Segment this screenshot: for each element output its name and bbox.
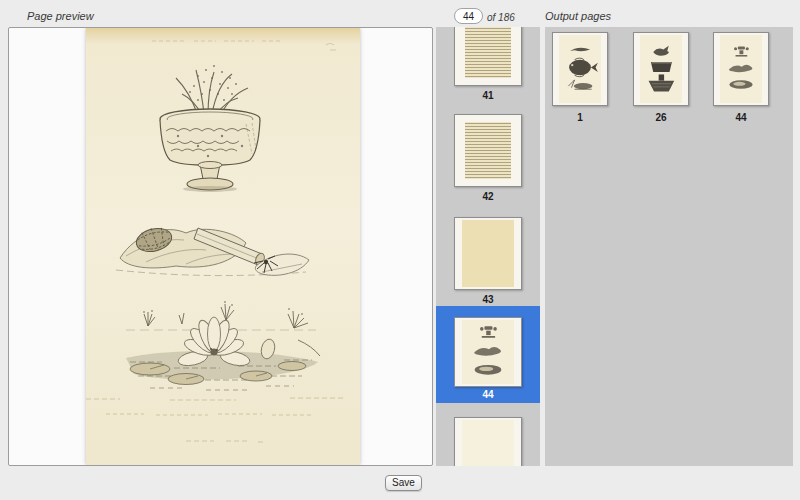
illustration-plate-preview bbox=[720, 35, 762, 103]
fish-plate-preview bbox=[559, 35, 601, 103]
output-pages-label: Output pages bbox=[545, 10, 611, 22]
plate-44-sketch bbox=[720, 35, 762, 103]
illustration-plate-preview bbox=[462, 320, 514, 384]
preview-page-image bbox=[86, 28, 360, 465]
thumbnail-page-45-partial[interactable] bbox=[454, 417, 522, 466]
text-page-preview bbox=[462, 117, 514, 184]
plate-44-sketch bbox=[462, 320, 514, 384]
page-preview-panel bbox=[8, 27, 433, 466]
thumbnail-label: 43 bbox=[436, 294, 540, 305]
blank-page-preview bbox=[462, 420, 514, 466]
thumbnail-image-42[interactable] bbox=[454, 114, 522, 187]
fish-basket-plate-preview bbox=[640, 35, 682, 103]
output-image-44[interactable] bbox=[713, 32, 769, 106]
thumbnail-page-44-selected[interactable]: 44 bbox=[436, 306, 540, 403]
thumbnail-page-42[interactable]: 42 bbox=[454, 114, 522, 202]
text-page-preview bbox=[462, 220, 514, 287]
output-image-26[interactable] bbox=[633, 32, 689, 106]
plate-1-sketch bbox=[559, 35, 601, 103]
thumbnail-label-selected: 44 bbox=[436, 389, 540, 400]
output-page-1[interactable]: 1 bbox=[552, 32, 608, 123]
thumbnail-page-43[interactable]: 43 bbox=[454, 217, 522, 305]
save-button[interactable]: Save bbox=[385, 475, 422, 491]
output-label: 1 bbox=[552, 112, 608, 123]
output-label: 26 bbox=[633, 112, 689, 123]
output-page-44[interactable]: 44 bbox=[713, 32, 769, 123]
page-total-label: of 186 bbox=[487, 12, 515, 23]
thumbnail-page-41[interactable]: 41 bbox=[454, 27, 522, 101]
thumbnail-image-43[interactable] bbox=[454, 217, 522, 290]
thumbnail-label: 41 bbox=[436, 90, 540, 101]
output-pages-panel: 1 26 44 bbox=[545, 27, 793, 466]
engraved-plate-illustration bbox=[86, 28, 360, 465]
page-thumbnail-list: 41 42 43 44 bbox=[436, 27, 540, 466]
output-label: 44 bbox=[713, 112, 769, 123]
water-lily-sketch bbox=[126, 301, 320, 390]
plate-26-sketch bbox=[640, 35, 682, 103]
output-page-26[interactable]: 26 bbox=[633, 32, 689, 123]
page-preview-label: Page preview bbox=[27, 10, 94, 22]
thumbnail-label: 42 bbox=[436, 191, 540, 202]
output-image-1[interactable] bbox=[552, 32, 608, 106]
text-page-preview bbox=[462, 27, 514, 83]
page-number-input[interactable] bbox=[454, 8, 483, 24]
still-life-sketch bbox=[116, 224, 309, 276]
thumbnail-image-45[interactable] bbox=[454, 417, 522, 466]
thumbnail-image-41[interactable] bbox=[454, 27, 522, 86]
vase-sketch bbox=[160, 65, 260, 192]
thumbnail-image-44[interactable] bbox=[454, 317, 522, 387]
